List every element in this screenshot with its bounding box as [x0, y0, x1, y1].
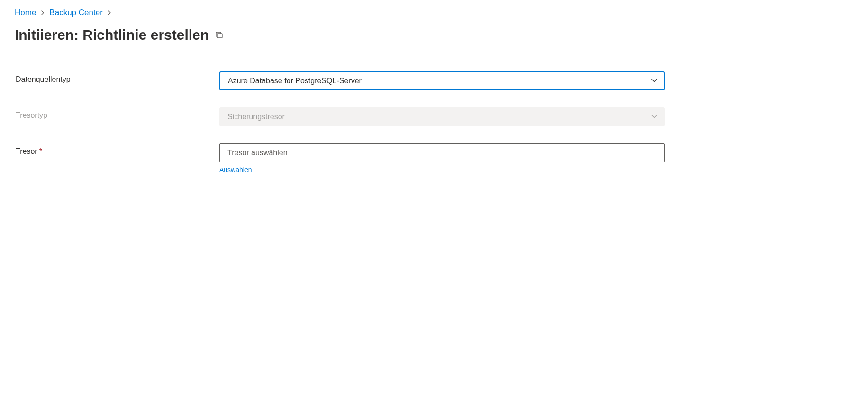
breadcrumb-backup-center-link[interactable]: Backup Center: [49, 8, 102, 18]
vault-label: Tresor*: [16, 143, 219, 156]
datasource-type-select[interactable]: Azure Database for PostgreSQL-Server: [219, 71, 665, 90]
vault-select-link[interactable]: Auswählen: [219, 166, 252, 174]
breadcrumb: Home Backup Center: [15, 8, 853, 18]
chevron-right-icon: [40, 10, 45, 16]
datasource-type-row: Datenquellentyp Azure Database for Postg…: [16, 71, 853, 90]
datasource-type-label: Datenquellentyp: [16, 71, 219, 84]
vault-label-text: Tresor: [16, 147, 37, 155]
vault-type-label: Tresortyp: [16, 107, 219, 120]
datasource-type-value: Azure Database for PostgreSQL-Server: [228, 77, 362, 85]
form-area: Datenquellentyp Azure Database for Postg…: [15, 71, 853, 174]
breadcrumb-home-link[interactable]: Home: [15, 8, 36, 18]
svg-rect-1: [217, 34, 222, 38]
required-indicator: *: [39, 147, 42, 155]
chevron-right-icon: [107, 10, 112, 16]
page-title: Initiieren: Richtlinie erstellen: [15, 27, 209, 43]
pin-icon[interactable]: [215, 30, 224, 40]
vault-row: Tresor* Auswählen: [16, 143, 853, 174]
vault-input[interactable]: [219, 143, 665, 162]
vault-type-select: Sicherungstresor: [219, 107, 665, 126]
vault-type-row: Tresortyp Sicherungstresor: [16, 107, 853, 126]
vault-type-value: Sicherungstresor: [227, 113, 285, 121]
page-title-row: Initiieren: Richtlinie erstellen: [15, 27, 853, 43]
